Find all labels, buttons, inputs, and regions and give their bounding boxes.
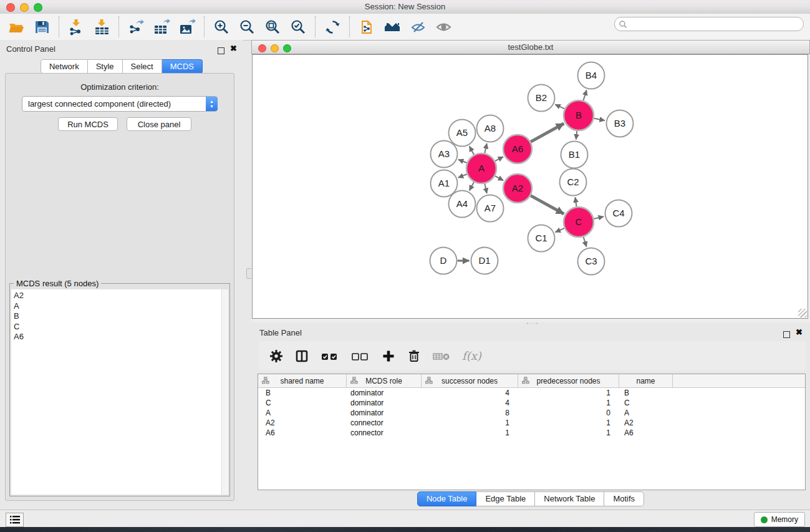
graph-node-B2[interactable]: B2 — [528, 85, 555, 112]
search-input[interactable] — [627, 19, 803, 30]
show-hide-icon[interactable] — [435, 19, 452, 36]
graph-node-C1[interactable]: C1 — [528, 225, 555, 252]
mcds-result-list[interactable]: A2ABCA6 — [11, 289, 222, 495]
graph-node-A[interactable]: A — [466, 153, 496, 183]
graph-edge-A-A4[interactable] — [470, 182, 474, 191]
import-network-icon[interactable] — [68, 19, 85, 36]
graph-node-A1[interactable]: A1 — [431, 170, 458, 197]
graph-node-C[interactable]: C — [564, 207, 594, 237]
style-preview-icon[interactable] — [410, 19, 427, 36]
close-window-button[interactable] — [6, 3, 15, 12]
clone-network-icon[interactable] — [359, 19, 375, 36]
tab-mcds[interactable]: MCDS — [162, 59, 203, 74]
graph-edge-B-B3[interactable] — [594, 118, 605, 120]
graph-node-A7[interactable]: A7 — [477, 195, 504, 222]
add-column-icon[interactable] — [382, 349, 395, 363]
settings-gear-icon[interactable] — [269, 349, 283, 363]
table-row[interactable]: Adominator80A — [258, 408, 805, 418]
export-image-icon[interactable] — [179, 19, 196, 36]
table-float-panel-icon[interactable] — [783, 329, 790, 341]
window-resize-grip[interactable] — [798, 309, 807, 317]
tab-node-table[interactable]: Node Table — [417, 491, 477, 506]
graph-node-C3[interactable]: C3 — [578, 248, 605, 275]
select-all-checkboxes-icon[interactable] — [321, 349, 339, 363]
delete-table-icon[interactable] — [433, 349, 450, 363]
float-panel-icon[interactable] — [218, 46, 224, 57]
close-panel-icon[interactable]: ✖ — [230, 45, 237, 52]
tab-network-table[interactable]: Network Table — [535, 491, 604, 506]
result-scrollbar[interactable] — [221, 289, 228, 495]
graph-node-D[interactable]: D — [430, 248, 457, 274]
graph-edge-C-C3[interactable] — [584, 237, 587, 247]
graph-node-B1[interactable]: B1 — [561, 142, 588, 168]
result-item[interactable]: A2 — [14, 291, 222, 301]
table-row[interactable]: Cdominator41C — [258, 398, 805, 408]
graph-edge-A-A3[interactable] — [458, 160, 467, 163]
graph-node-B4[interactable]: B4 — [578, 62, 605, 89]
zoom-fit-icon[interactable] — [264, 19, 281, 36]
graph-edge-A-A2[interactable] — [495, 176, 503, 180]
criterion-dropdown[interactable]: largest connected component (directed) ▲… — [22, 96, 218, 112]
save-session-icon[interactable] — [34, 19, 51, 36]
graph-edge-A-A5[interactable] — [470, 147, 474, 155]
column-header-predecessor-nodes[interactable]: predecessor nodes — [518, 374, 619, 387]
graph-edge-A2-C[interactable] — [531, 196, 564, 214]
column-header-MCDS-role[interactable]: MCDS role — [347, 374, 422, 387]
network-close-button[interactable] — [258, 44, 266, 52]
graph-edge-A-A6[interactable] — [495, 157, 503, 161]
minimize-window-button[interactable] — [20, 3, 29, 12]
tab-network[interactable]: Network — [41, 59, 88, 74]
tab-edge-table[interactable]: Edge Table — [476, 491, 535, 506]
zoom-in-icon[interactable] — [213, 19, 230, 36]
home-icon[interactable] — [384, 19, 401, 36]
open-session-icon[interactable] — [8, 19, 25, 36]
graph-node-B3[interactable]: B3 — [607, 110, 634, 137]
import-table-icon[interactable] — [94, 19, 110, 36]
refresh-icon[interactable] — [324, 19, 341, 36]
export-table-icon[interactable] — [153, 19, 170, 36]
graph-edge-B-B4[interactable] — [583, 90, 586, 100]
close-panel-button[interactable]: Close panel — [127, 117, 191, 131]
table-row[interactable]: Bdominator41B — [258, 388, 805, 398]
columns-icon[interactable] — [295, 349, 309, 363]
graph-node-A8[interactable]: A8 — [477, 115, 504, 142]
network-minimize-button[interactable] — [271, 44, 279, 52]
tab-motifs[interactable]: Motifs — [604, 491, 644, 506]
result-item[interactable]: A6 — [14, 332, 222, 342]
table-close-panel-icon[interactable]: ✖ — [796, 329, 803, 336]
network-zoom-button[interactable] — [283, 44, 291, 52]
tab-select[interactable]: Select — [123, 59, 162, 74]
memory-button[interactable]: Memory — [754, 512, 805, 527]
export-network-icon[interactable] — [128, 19, 145, 36]
graph-edge-A-A8[interactable] — [485, 143, 486, 153]
tab-style[interactable]: Style — [88, 59, 123, 74]
graph-node-A5[interactable]: A5 — [449, 120, 476, 147]
column-header-successor-nodes[interactable]: successor nodes — [422, 374, 518, 387]
graph-node-A6[interactable]: A6 — [503, 135, 532, 163]
graph-node-B[interactable]: B — [564, 100, 594, 130]
task-history-button[interactable] — [6, 513, 24, 527]
graph-node-A4[interactable]: A4 — [449, 191, 476, 218]
result-item[interactable]: B — [14, 311, 222, 322]
graph-edge-C-C2[interactable] — [575, 197, 576, 206]
table-row[interactable]: A2connector11A2 — [258, 418, 805, 428]
graph-node-D1[interactable]: D1 — [471, 248, 498, 274]
graph-edge-B-B2[interactable] — [555, 104, 564, 109]
zoom-window-button[interactable] — [34, 3, 42, 12]
function-builder-icon[interactable]: f(x) — [462, 349, 481, 362]
network-canvas[interactable]: B4B2BB3B1A5A8A3A6AA1A2C2A4A7C4CC1C3DD1 — [252, 54, 808, 319]
graph-edge-A-A7[interactable] — [485, 183, 486, 193]
result-item[interactable]: C — [14, 322, 222, 332]
zoom-out-icon[interactable] — [239, 19, 256, 36]
column-header-name[interactable]: name — [619, 374, 673, 387]
column-header-shared-name[interactable]: shared name — [258, 374, 347, 387]
zoom-selected-icon[interactable] — [290, 19, 307, 36]
deselect-all-checkboxes-icon[interactable] — [351, 349, 370, 363]
graph-edge-A-A1[interactable] — [458, 174, 467, 178]
graph-node-C2[interactable]: C2 — [560, 169, 587, 196]
graph-edge-C-C4[interactable] — [594, 216, 604, 218]
graph-edge-C-C1[interactable] — [555, 228, 564, 232]
graph-edge-A6-B[interactable] — [531, 123, 564, 142]
table-row[interactable]: A6connector11A6 — [258, 428, 805, 438]
graph-node-A3[interactable]: A3 — [431, 141, 458, 168]
